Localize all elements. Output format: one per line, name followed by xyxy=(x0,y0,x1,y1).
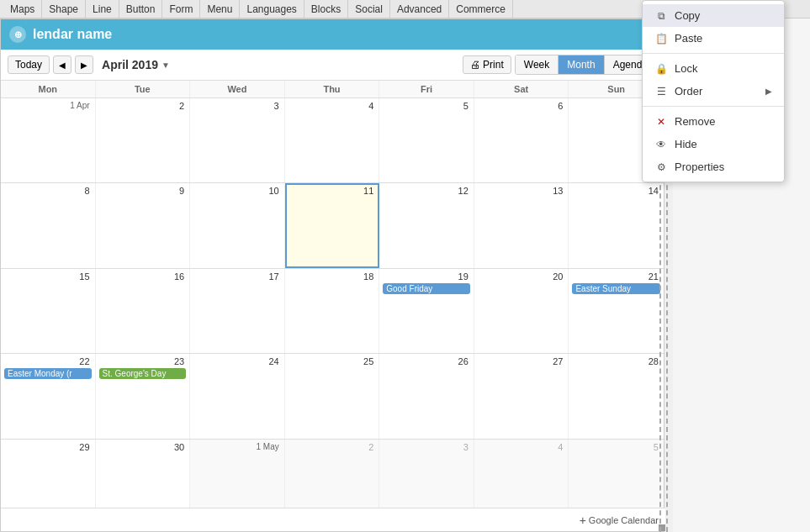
easter-monday-event[interactable]: Easter Monday (r xyxy=(4,368,92,379)
day-cell[interactable]: 5 xyxy=(379,98,474,182)
paste-label: Paste xyxy=(675,32,702,45)
nav-languages[interactable]: Languages xyxy=(240,0,304,18)
nav-maps[interactable]: Maps xyxy=(3,0,42,18)
next-month-button[interactable]: ▶ xyxy=(75,55,93,74)
hide-icon: 👁 xyxy=(654,139,668,150)
day-cell[interactable]: 17 xyxy=(190,269,285,353)
calendar-title: lendar name xyxy=(33,27,112,42)
day-cell[interactable]: 4 xyxy=(285,98,380,182)
nav-line[interactable]: Line xyxy=(86,0,119,18)
day-cell[interactable]: 27 xyxy=(474,354,569,438)
remove-icon: ✕ xyxy=(654,116,668,128)
day-cell[interactable]: 22Easter Monday (r xyxy=(1,354,96,438)
day-cell[interactable]: 16 xyxy=(96,269,191,353)
day-number: 2 xyxy=(99,100,187,112)
prev-month-button[interactable]: ◀ xyxy=(53,55,71,74)
day-cell[interactable]: 10 xyxy=(190,183,285,267)
easter-sunday-event[interactable]: Easter Sunday xyxy=(572,283,660,294)
day-number: 6 xyxy=(478,100,565,112)
today-button[interactable]: Today xyxy=(8,55,50,74)
day-number: 23 xyxy=(99,356,187,367)
day-number: 25 xyxy=(289,356,376,367)
day-number: 1 Apr xyxy=(4,100,92,111)
day-cell[interactable]: 26 xyxy=(379,354,474,438)
week-row: 22Easter Monday (r 23St. George's Day 24… xyxy=(1,354,664,439)
nav-social[interactable]: Social xyxy=(348,0,390,18)
nav-advanced[interactable]: Advanced xyxy=(390,0,449,18)
nav-commerce[interactable]: Commerce xyxy=(449,0,513,18)
day-number: 28 xyxy=(572,356,660,367)
context-menu: ⧉ Copy 📋 Paste 🔒 Lock ☰ Order ▶ ✕ Remove… xyxy=(642,0,785,182)
print-button[interactable]: 🖨 Print xyxy=(463,55,511,74)
good-friday-event[interactable]: Good Friday xyxy=(383,283,470,294)
lock-label: Lock xyxy=(675,62,697,75)
day-cell[interactable]: 28 xyxy=(569,354,664,438)
day-cell[interactable]: 6 xyxy=(474,98,569,182)
calendar-footer: + Google Calendar xyxy=(1,508,665,531)
day-number: 1 May xyxy=(193,441,281,452)
context-menu-remove[interactable]: ✕ Remove xyxy=(643,110,784,133)
nav-shape[interactable]: Shape xyxy=(42,0,86,18)
context-menu-copy[interactable]: ⧉ Copy xyxy=(643,4,784,27)
day-number: 4 xyxy=(289,100,376,112)
day-cell[interactable]: 24 xyxy=(190,354,285,438)
month-dropdown-arrow[interactable]: ▼ xyxy=(161,61,170,70)
properties-icon: ⚙ xyxy=(654,161,668,173)
day-cell[interactable]: 1 Apr xyxy=(1,98,96,182)
day-number: 27 xyxy=(478,356,565,367)
day-cell[interactable]: 3 xyxy=(190,98,285,182)
day-number: 24 xyxy=(193,356,281,367)
day-cell[interactable]: 2 xyxy=(96,98,191,182)
nav-form[interactable]: Form xyxy=(162,0,200,18)
context-menu-properties[interactable]: ⚙ Properties xyxy=(643,155,784,178)
header-fri: Fri xyxy=(379,81,474,97)
day-number: 22 xyxy=(4,356,92,367)
month-view-button[interactable]: Month xyxy=(559,55,604,74)
nav-blocks[interactable]: Blocks xyxy=(304,0,348,18)
context-menu-order[interactable]: ☰ Order ▶ xyxy=(643,80,784,103)
calendar-header: ⊕ lendar name xyxy=(1,19,664,50)
calendar-grid: Mon Tue Wed Thu Fri Sat Sun 1 Apr 2 3 4 … xyxy=(1,81,664,524)
day-cell[interactable]: 19Good Friday xyxy=(379,269,474,353)
context-menu-lock[interactable]: 🔒 Lock xyxy=(643,57,784,80)
day-number: 8 xyxy=(4,185,92,197)
day-cell[interactable]: 12 xyxy=(379,183,474,267)
day-number: 19 xyxy=(383,271,470,282)
day-cell[interactable]: 13 xyxy=(474,183,569,267)
day-number: 29 xyxy=(4,441,92,453)
context-menu-hide[interactable]: 👁 Hide xyxy=(643,133,784,155)
week-view-button[interactable]: Week xyxy=(516,55,559,74)
remove-label: Remove xyxy=(675,115,715,128)
lock-icon: 🔒 xyxy=(654,63,668,75)
day-cell[interactable]: 20 xyxy=(474,269,569,353)
day-cell[interactable]: 21Easter Sunday xyxy=(569,269,664,353)
calendar-controls: Today ◀ ▶ April 2019 ▼ 🖨 Print Week Mont… xyxy=(1,50,664,81)
header-tue: Tue xyxy=(96,81,191,97)
calendar-widget: ⊕ lendar name Today ◀ ▶ April 2019 ▼ 🖨 P… xyxy=(0,18,664,532)
day-number: 17 xyxy=(193,271,281,282)
day-number: 5 xyxy=(383,100,470,112)
separator xyxy=(643,106,784,107)
day-number: 15 xyxy=(4,271,92,282)
day-cell[interactable]: 9 xyxy=(96,183,191,267)
day-number: 18 xyxy=(289,271,376,282)
day-cell[interactable]: 23St. George's Day xyxy=(96,354,191,438)
st-georges-day-event[interactable]: St. George's Day xyxy=(99,368,187,379)
nav-menu[interactable]: Menu xyxy=(200,0,240,18)
header-wed: Wed xyxy=(190,81,285,97)
day-cell[interactable]: 14 xyxy=(569,183,664,267)
week-row: 15 16 17 18 19Good Friday 20 21Easter Su… xyxy=(1,269,664,354)
day-cell[interactable]: 15 xyxy=(1,269,96,353)
day-number: 12 xyxy=(383,185,470,197)
hide-label: Hide xyxy=(675,138,697,150)
context-menu-paste[interactable]: 📋 Paste xyxy=(643,27,784,50)
day-cell[interactable]: 25 xyxy=(285,354,380,438)
day-cell-selected[interactable]: 11 xyxy=(285,183,380,267)
day-headers: Mon Tue Wed Thu Fri Sat Sun xyxy=(1,81,664,98)
nav-button[interactable]: Button xyxy=(119,0,163,18)
day-cell[interactable]: 18 xyxy=(285,269,380,353)
day-cell[interactable]: 8 xyxy=(1,183,96,267)
day-number: 11 xyxy=(289,185,376,197)
month-label: April 2019 ▼ xyxy=(102,58,170,71)
view-switcher: Week Month Agenda xyxy=(515,55,657,75)
